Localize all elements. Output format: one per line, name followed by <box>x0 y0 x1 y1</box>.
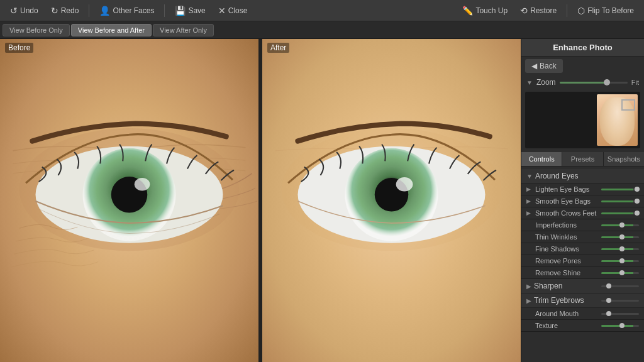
save-icon: 💾 <box>175 6 186 16</box>
lighten-eye-bags-slider[interactable] <box>601 189 639 190</box>
photo-area: Before <box>0 39 521 362</box>
control-thin-wrinkles[interactable]: Thin Wrinkles <box>521 231 644 243</box>
view-after-only-button[interactable]: View After Only <box>153 24 214 36</box>
lighten-eye-bags-thumb <box>635 187 640 192</box>
touch-up-button[interactable]: ✏️ Touch Up <box>457 3 513 18</box>
after-label: After <box>267 43 289 53</box>
before-image <box>0 39 258 362</box>
redo-button[interactable]: ↻ Redo <box>46 3 84 18</box>
fit-label: Fit <box>631 79 639 86</box>
after-image <box>262 39 521 362</box>
after-panel: After <box>262 39 521 362</box>
around-eyes-label: Around Eyes <box>535 172 579 180</box>
toolbar: ↺ Undo ↻ Redo 👤 Other Faces 💾 Save ✕ Clo… <box>0 0 644 21</box>
back-button[interactable]: ◀ Back <box>525 59 563 73</box>
flip-icon: ⬡ <box>577 6 585 16</box>
remove-shine-slider[interactable] <box>601 272 639 274</box>
thumbnail-area <box>525 92 640 148</box>
fine-shadows-slider[interactable] <box>601 248 639 250</box>
texture-label: Texture <box>535 322 599 329</box>
imperfections-thumb <box>619 222 625 228</box>
other-faces-button[interactable]: 👤 Other Faces <box>94 3 159 18</box>
before-label: Before <box>5 43 33 53</box>
undo-icon: ↺ <box>10 6 18 16</box>
view-before-only-button[interactable]: View Before Only <box>3 24 70 36</box>
view-before-after-button[interactable]: View Before and After <box>71 24 152 36</box>
remove-pores-label: Remove Pores <box>535 257 599 265</box>
texture-slider[interactable] <box>601 325 639 327</box>
thumbnail-viewport-indicator <box>621 99 635 111</box>
restore-label: Restore <box>530 6 557 15</box>
undo-button[interactable]: ↺ Undo <box>5 3 43 18</box>
restore-icon: ⟲ <box>520 6 528 16</box>
fine-shadows-thumb <box>619 246 625 251</box>
svg-point-11 <box>396 177 413 192</box>
separator-1 <box>89 4 89 17</box>
touchup-icon: ✏️ <box>462 6 473 16</box>
section-around-eyes[interactable]: ▼ Around Eyes <box>521 169 644 184</box>
imperfections-slider[interactable] <box>601 224 639 226</box>
section-trim-eyebrows[interactable]: ▶ Trim Eyebrows <box>521 293 644 308</box>
lighten-eye-bags-expand-icon[interactable]: ▶ <box>526 186 533 192</box>
before-eye-svg <box>0 39 258 362</box>
smooth-crows-feet-expand-icon[interactable]: ▶ <box>526 210 533 216</box>
smooth-eye-bags-thumb <box>635 199 640 204</box>
smooth-eye-bags-expand-icon[interactable]: ▶ <box>526 198 533 204</box>
svg-point-5 <box>135 178 150 191</box>
section-sharpen[interactable]: ▶ Sharpen <box>521 279 644 293</box>
after-eye-svg <box>262 39 521 362</box>
thin-wrinkles-label: Thin Wrinkles <box>535 233 599 241</box>
sharpen-label: Sharpen <box>534 282 562 290</box>
separator-2 <box>164 4 165 17</box>
flip-button[interactable]: ⬡ Flip To Before <box>572 3 639 18</box>
controls-list: ▼ Around Eyes ▶ Lighten Eye Bags ▶ Smoot… <box>521 167 644 362</box>
close-icon: ✕ <box>218 6 226 16</box>
thumbnail-image <box>597 94 638 146</box>
control-smooth-crows-feet[interactable]: ▶ Smooth Crows Feet <box>521 207 644 219</box>
control-around-mouth[interactable]: Around Mouth <box>521 308 644 320</box>
control-imperfections[interactable]: Imperfections <box>521 219 644 231</box>
smooth-eye-bags-slider[interactable] <box>601 200 639 202</box>
zoom-slider[interactable] <box>560 82 628 84</box>
smooth-eye-bags-label: Smooth Eye Bags <box>535 197 599 205</box>
control-lighten-eye-bags[interactable]: ▶ Lighten Eye Bags <box>521 184 644 195</box>
restore-button[interactable]: ⟲ Restore <box>515 3 562 18</box>
touch-up-label: Touch Up <box>475 6 508 15</box>
zoom-thumb <box>604 79 610 85</box>
close-button[interactable]: ✕ Close <box>213 3 253 18</box>
back-label: Back <box>540 62 557 70</box>
undo-label: Undo <box>20 6 38 15</box>
faces-icon: 👤 <box>99 6 110 16</box>
around-mouth-slider[interactable] <box>601 313 639 315</box>
control-remove-shine[interactable]: Remove Shine <box>521 267 644 279</box>
zoom-row: ▼ Zoom Fit <box>521 75 644 89</box>
other-faces-label: Other Faces <box>113 6 154 15</box>
smooth-crows-feet-slider[interactable] <box>601 212 639 214</box>
remove-pores-slider[interactable] <box>601 260 639 262</box>
tab-snapshots[interactable]: Snapshots <box>604 152 644 166</box>
sharpen-chevron-icon: ▶ <box>526 283 531 290</box>
control-texture[interactable]: Texture <box>521 320 644 332</box>
trim-eyebrows-label: Trim Eyebrows <box>534 296 584 305</box>
separator-3 <box>567 4 567 17</box>
control-smooth-eye-bags[interactable]: ▶ Smooth Eye Bags <box>521 195 644 207</box>
zoom-chevron-icon: ▼ <box>526 79 533 86</box>
tab-controls[interactable]: Controls <box>521 152 562 166</box>
control-remove-pores[interactable]: Remove Pores <box>521 255 644 267</box>
fine-shadows-label: Fine Shadows <box>535 245 599 253</box>
thin-wrinkles-slider[interactable] <box>601 236 639 238</box>
tabs-row: Controls Presets Snapshots <box>521 152 644 167</box>
control-fine-shadows[interactable]: Fine Shadows <box>521 243 644 255</box>
redo-icon: ↻ <box>51 6 58 16</box>
tab-presets[interactable]: Presets <box>562 152 603 166</box>
around-mouth-label: Around Mouth <box>535 310 599 317</box>
remove-pores-thumb <box>619 258 625 263</box>
remove-shine-thumb <box>619 270 625 275</box>
back-chevron-icon: ◀ <box>531 62 537 70</box>
view-toggle-bar: View Before Only View Before and After V… <box>0 21 644 39</box>
trim-eyebrows-chevron-icon: ▶ <box>526 297 531 304</box>
save-button[interactable]: 💾 Save <box>170 3 210 18</box>
right-panel: Enhance Photo ◀ Back ▼ Zoom Fit Controls <box>521 39 644 362</box>
texture-thumb <box>619 323 625 328</box>
zoom-label: Zoom <box>536 78 556 87</box>
